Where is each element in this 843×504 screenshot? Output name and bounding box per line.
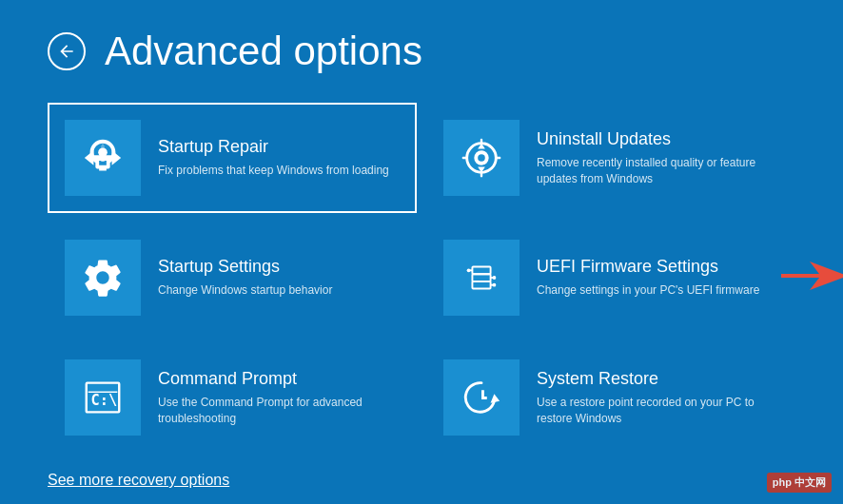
uninstall-updates-title: Uninstall Updates [537, 129, 778, 149]
option-system-restore[interactable]: System Restore Use a restore point recor… [426, 342, 795, 453]
uninstall-updates-icon-box [443, 120, 520, 196]
svg-marker-20 [491, 394, 500, 403]
svg-marker-21 [481, 390, 487, 399]
svg-rect-8 [472, 281, 490, 289]
restore-desc: Use a restore point recorded on your PC … [537, 395, 778, 427]
back-button[interactable] [48, 32, 86, 70]
watermark: php 中文网 [767, 473, 832, 493]
startup-repair-title: Startup Repair [158, 137, 400, 157]
cmd-icon: C:\ [81, 376, 125, 419]
uefi-icon [460, 256, 503, 300]
option-startup-settings[interactable]: Startup Settings Change Windows startup … [48, 223, 417, 333]
svg-marker-2 [105, 150, 121, 165]
cmd-icon-box: C:\ [65, 359, 141, 436]
startup-settings-title: Startup Settings [158, 257, 400, 277]
startup-settings-text: Startup Settings Change Windows startup … [158, 257, 400, 299]
svg-marker-16 [781, 262, 843, 290]
startup-repair-gfx [81, 136, 125, 180]
uefi-text: UEFI Firmware Settings Change settings i… [537, 257, 778, 299]
settings-icon [81, 256, 125, 300]
advanced-options-page: Advanced options [0, 0, 843, 504]
uninstall-updates-desc: Remove recently installed quality or fea… [537, 155, 778, 187]
restore-text: System Restore Use a restore point recor… [537, 369, 778, 427]
uefi-desc: Change settings in your PC's UEFI firmwa… [537, 282, 778, 299]
red-arrow-svg [781, 262, 843, 290]
startup-settings-desc: Change Windows startup behavior [158, 282, 400, 299]
page-title: Advanced options [105, 29, 422, 74]
uninstall-icon [460, 136, 503, 180]
svg-rect-9 [472, 267, 490, 275]
startup-repair-text: Startup Repair Fix problems that keep Wi… [158, 137, 400, 179]
page-header: Advanced options [48, 29, 795, 74]
svg-point-6 [478, 154, 485, 162]
uefi-wrapper: UEFI Firmware Settings Change settings i… [426, 223, 795, 333]
cmd-title: Command Prompt [158, 369, 400, 389]
cmd-text: Command Prompt Use the Command Prompt fo… [158, 369, 400, 427]
startup-settings-icon-box [65, 240, 141, 316]
option-command-prompt[interactable]: C:\ Command Prompt Use the Command Promp… [48, 342, 417, 453]
svg-marker-1 [85, 150, 101, 165]
see-more-link[interactable]: See more recovery options [48, 472, 795, 489]
uefi-title: UEFI Firmware Settings [537, 257, 778, 277]
svg-rect-7 [472, 274, 490, 281]
option-uefi-firmware[interactable]: UEFI Firmware Settings Change settings i… [426, 223, 795, 333]
restore-title: System Restore [537, 369, 778, 389]
back-icon [57, 42, 76, 61]
startup-repair-icon-box [65, 120, 141, 196]
svg-point-3 [99, 154, 107, 162]
svg-text:C:\: C:\ [91, 392, 118, 409]
restore-icon-box [443, 359, 520, 436]
option-startup-repair[interactable]: Startup Repair Fix problems that keep Wi… [48, 103, 417, 213]
cmd-desc: Use the Command Prompt for advanced trou… [158, 395, 400, 427]
uninstall-updates-text: Uninstall Updates Remove recently instal… [537, 129, 778, 187]
option-uninstall-updates[interactable]: Uninstall Updates Remove recently instal… [426, 103, 795, 213]
uefi-icon-box [443, 240, 520, 316]
restore-icon [460, 376, 503, 419]
startup-repair-desc: Fix problems that keep Windows from load… [158, 163, 400, 179]
options-grid: Startup Repair Fix problems that keep Wi… [48, 103, 795, 453]
red-arrow [781, 262, 843, 294]
